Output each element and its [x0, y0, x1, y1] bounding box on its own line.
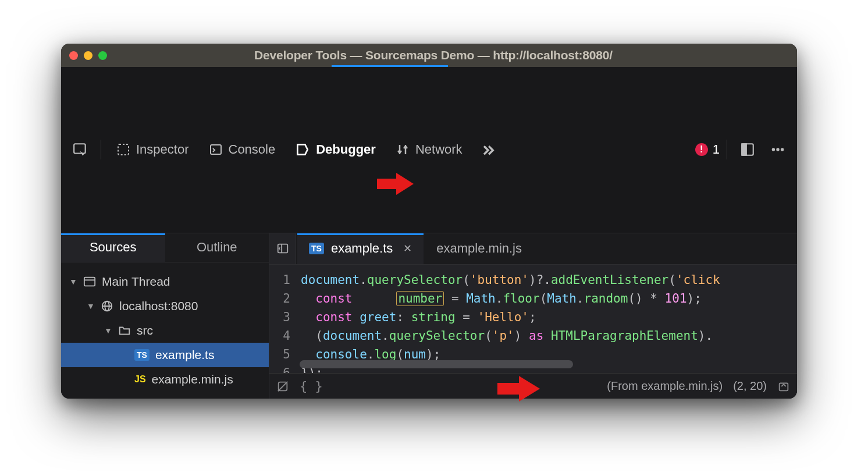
horizontal-scrollbar[interactable]	[300, 360, 573, 368]
sidebar-tab-outline-label: Outline	[197, 240, 237, 255]
code-content: document.querySelector('button')?.addEve…	[297, 265, 797, 374]
code-token: document	[323, 329, 382, 343]
collapse-sidebar-button[interactable]	[269, 233, 296, 264]
pretty-print-button[interactable]: { }	[300, 379, 323, 393]
code-token: const	[315, 310, 352, 324]
code-token: 101	[665, 292, 687, 306]
tab-inspector-label: Inspector	[136, 142, 189, 157]
code-token: floor	[503, 292, 539, 306]
tree-main-thread-label: Main Thread	[102, 275, 170, 289]
code-token: num	[404, 347, 426, 361]
svg-rect-8	[84, 278, 95, 286]
code-token: :	[396, 310, 411, 324]
code-token: Math	[547, 292, 577, 306]
folder-icon	[118, 324, 131, 337]
error-icon: !	[695, 143, 708, 156]
window-title: Developer Tools — Sourcemaps Demo — http…	[124, 48, 742, 62]
panel-left-icon	[276, 242, 289, 255]
code-token: 'click	[676, 273, 720, 287]
tabs-overflow-button[interactable]	[474, 137, 502, 162]
tree-file-example-min-js-label: example.min.js	[152, 372, 233, 386]
line-number: 6	[269, 364, 290, 374]
code-token: HTMLParagraphElement	[551, 329, 698, 343]
tab-inspector[interactable]: Inspector	[108, 137, 197, 162]
tab-console-label: Console	[229, 142, 276, 157]
svg-rect-4	[742, 144, 746, 156]
svg-point-5	[772, 148, 775, 151]
js-icon: JS	[134, 374, 146, 385]
tree-file-example-min-js[interactable]: JS example.min.js	[61, 367, 269, 392]
dock-side-button[interactable]	[734, 137, 761, 162]
tab-network-label: Network	[415, 142, 463, 157]
line-number: 5	[269, 345, 290, 364]
code-token: 'Hello'	[477, 310, 529, 324]
editor-tab-example-min-js-label: example.min.js	[436, 241, 522, 256]
close-tab-button[interactable]: ✕	[403, 242, 412, 255]
line-number: 3	[269, 308, 290, 326]
blackbox-icon[interactable]	[276, 380, 289, 393]
code-token: log	[374, 347, 396, 361]
svg-line-16	[278, 381, 288, 391]
code-token: =	[444, 292, 466, 306]
window-icon	[83, 275, 96, 288]
editor-tabs: TS example.ts ✕ example.min.js	[269, 233, 797, 265]
error-count: 1	[713, 142, 720, 157]
svg-rect-2	[211, 145, 221, 154]
tree-host[interactable]: ▼ localhost:8080	[61, 294, 269, 318]
code-token: random	[584, 292, 628, 306]
code-editor[interactable]: 1 2 3 4 5 6 document.querySelector('butt…	[269, 265, 797, 374]
editor-tab-example-ts[interactable]: TS example.ts ✕	[297, 233, 424, 264]
tree-folder-src-label: src	[137, 324, 153, 338]
code-token: 'button'	[470, 273, 529, 287]
code-token: document	[301, 273, 360, 287]
sidebar-tab-outline[interactable]: Outline	[165, 233, 269, 262]
maximize-window-button[interactable]	[98, 51, 107, 60]
code-token: as	[521, 329, 551, 343]
code-token: *	[643, 292, 665, 306]
tree-file-example-ts[interactable]: TS example.ts	[61, 343, 269, 367]
error-badge[interactable]: ! 1	[695, 142, 720, 157]
tree-folder-src[interactable]: ▼ src	[61, 318, 269, 343]
tab-console[interactable]: Console	[201, 137, 284, 162]
svg-point-6	[776, 148, 779, 151]
globe-icon	[101, 300, 113, 312]
sidebar-tab-sources[interactable]: Sources	[61, 233, 165, 262]
line-number: 4	[269, 326, 290, 345]
minimize-window-button[interactable]	[84, 51, 93, 60]
code-token: querySelector	[367, 273, 463, 287]
titlebar: Developer Tools — Sourcemaps Demo — http…	[61, 44, 797, 67]
tree-main-thread[interactable]: ▼ Main Thread	[61, 269, 269, 294]
code-token: Math	[466, 292, 496, 306]
editor-tab-example-ts-label: example.ts	[331, 241, 393, 256]
tab-network[interactable]: Network	[387, 137, 471, 162]
ts-icon: TS	[309, 243, 324, 254]
pick-element-button[interactable]	[67, 137, 94, 162]
svg-rect-0	[74, 144, 86, 154]
svg-rect-1	[118, 144, 129, 155]
sources-sidebar: Sources Outline ▼ Main Thread ▼ localhos…	[61, 233, 269, 399]
debugger-main: Sources Outline ▼ Main Thread ▼ localhos…	[61, 233, 797, 399]
devtools-window: Developer Tools — Sourcemaps Demo — http…	[61, 44, 797, 399]
source-tree: ▼ Main Thread ▼ localhost:8080 ▼ src TS …	[61, 262, 269, 399]
sidebar-tabs: Sources Outline	[61, 233, 269, 263]
more-options-button[interactable]	[764, 137, 791, 162]
devtools-toolbar: Inspector Console Debugger Network ! 1	[61, 67, 797, 233]
tab-debugger[interactable]: Debugger	[287, 137, 384, 162]
gutter: 1 2 3 4 5 6	[269, 265, 297, 374]
editor-statusbar: { } (From example.min.js) (2, 20)	[269, 373, 797, 399]
code-token: string	[411, 310, 456, 324]
traffic-lights	[69, 51, 107, 60]
line-number: 2	[269, 289, 290, 308]
code-token: =	[456, 310, 478, 324]
sourcemap-origin-label: (From example.min.js)	[607, 379, 723, 393]
tree-file-example-ts-label: example.ts	[155, 348, 215, 362]
svg-point-7	[781, 148, 784, 151]
highlighted-type-token: number	[396, 291, 444, 306]
sourcemap-toggle-button[interactable]	[777, 380, 790, 393]
sidebar-tab-sources-label: Sources	[90, 240, 137, 255]
tab-debugger-label: Debugger	[316, 142, 376, 157]
editor-tab-example-min-js[interactable]: example.min.js	[425, 233, 533, 264]
code-token: addEventListener	[551, 273, 668, 287]
editor-area: TS example.ts ✕ example.min.js 1 2 3 4 5…	[269, 233, 797, 399]
close-window-button[interactable]	[69, 51, 78, 60]
